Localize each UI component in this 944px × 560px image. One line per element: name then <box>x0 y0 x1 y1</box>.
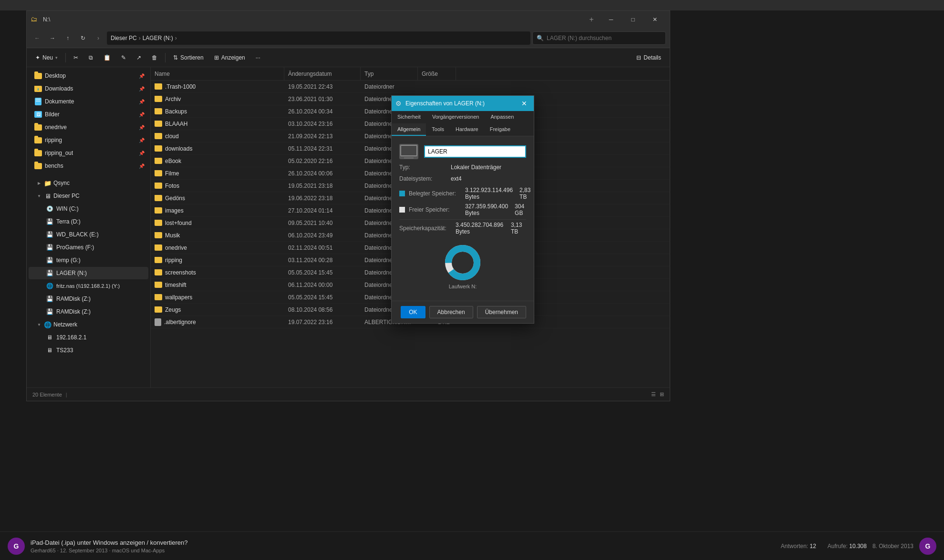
up-button[interactable]: ↑ <box>61 31 74 45</box>
sort-button[interactable]: ⇅ Sortieren <box>168 51 208 65</box>
sidebar-item-dokumente[interactable]: Dokumente 📌 <box>29 95 148 108</box>
storage-total-bytes: 3.450.282.704.896 Bytes <box>456 222 504 235</box>
view-grid-icon[interactable]: ⊞ <box>660 391 664 397</box>
title-bar-controls: ─ □ ✕ <box>600 11 666 28</box>
sidebar-item-terra-d[interactable]: 💾 Terra (D:) <box>29 215 148 228</box>
file-date-cell: 02.11.2024 00:51 <box>284 244 361 251</box>
share-button[interactable]: ↗ <box>132 51 146 65</box>
close-button[interactable]: ✕ <box>644 11 666 28</box>
back-button[interactable]: ← <box>31 31 44 45</box>
bilder-icon: 🖼 <box>34 111 42 118</box>
storage-total-row: Speicherkapazität: 3.450.282.704.896 Byt… <box>399 219 526 235</box>
terra-d-icon: 💾 <box>46 218 53 225</box>
file-name-text: screenshots <box>165 269 196 276</box>
sidebar-item-qsync[interactable]: ▶ 📁 Qsync <box>29 177 148 189</box>
desktop-label: Desktop <box>45 72 66 79</box>
dialog-tab-anpassen[interactable]: Anpassen <box>485 111 519 123</box>
qsync-label: Qsync <box>53 180 70 186</box>
dialog-tab-freigabe[interactable]: Freigabe <box>484 123 516 136</box>
copy-button[interactable]: ⧉ <box>84 51 98 65</box>
sidebar-item-win-c[interactable]: 💿 WIN (C:) <box>29 203 148 215</box>
properties-dialog: ⚙ Eigenschaften von LAGER (N:) ✕ Sicherh… <box>391 95 534 324</box>
dialog-tab-hardware[interactable]: Hardware <box>450 123 484 136</box>
dialog-close-button[interactable]: ✕ <box>519 98 530 109</box>
sidebar-item-192-168[interactable]: 🖥 192.168.2.1 <box>29 331 148 344</box>
file-date-cell: 08.10.2024 08:56 <box>284 306 361 313</box>
file-date-cell: 03.11.2024 00:28 <box>284 257 361 264</box>
sidebar-item-lager-n[interactable]: 💾 LAGER (N:) <box>29 267 148 279</box>
dieser-pc-toggle: ▼ <box>36 193 42 199</box>
file-date-cell: 27.10.2024 01:14 <box>284 207 361 214</box>
sidebar-item-bilder[interactable]: 🖼 Bilder 📌 <box>29 108 148 121</box>
cut-button[interactable]: ✂ <box>69 51 83 65</box>
sidebar-item-benchs[interactable]: benchs 📌 <box>29 160 148 172</box>
sidebar-item-wd-black-e[interactable]: 💾 WD_BLACK (E:) <box>29 228 148 241</box>
sidebar-item-temp-g[interactable]: 💾 temp (G:) <box>29 254 148 266</box>
file-date-cell: 05.02.2020 22:16 <box>284 158 361 164</box>
details-button[interactable]: ⊟ Details <box>632 51 666 65</box>
sidebar-item-downloads[interactable]: ⬇ Downloads 📌 <box>29 82 148 95</box>
delete-button[interactable]: 🗑 <box>147 51 162 65</box>
post-title[interactable]: iPad-Datei (.ipa) unter Windows anzeigen… <box>31 539 775 546</box>
maximize-button[interactable]: □ <box>622 11 644 28</box>
sidebar-item-ts233[interactable]: 🖥 TS233 <box>29 344 148 356</box>
share-icon: ↗ <box>136 54 141 61</box>
breadcrumb[interactable]: Dieser PC › LAGER (N:) › <box>107 31 530 45</box>
storage-free-label: Freier Speicher: <box>409 206 461 213</box>
post-category: macOS und Mac-Apps <box>112 548 165 553</box>
breadcrumb-lager[interactable]: LAGER (N:) <box>143 35 173 41</box>
cancel-button[interactable]: Abbrechen <box>429 306 473 318</box>
breadcrumb-dieser-pc[interactable]: Dieser PC <box>111 35 137 41</box>
col-header-date[interactable]: Änderungsdatum <box>284 67 361 80</box>
fritz-nas-icon: 🌐 <box>46 282 53 290</box>
rename-button[interactable]: ✎ <box>116 51 131 65</box>
col-header-size[interactable]: Größe <box>418 67 456 80</box>
ramdisk-z2-label: RAMDisk (Z:) <box>56 308 91 315</box>
sidebar-item-netzwerk[interactable]: ▼ 🌐 Netzwerk <box>29 318 148 331</box>
sidebar-item-onedrive[interactable]: onedrive 📌 <box>29 121 148 133</box>
toolbar: ✦ Neu ▾ ✂ ⧉ 📋 ✎ ↗ 🗑 ⇅ Sortieren ⊞ An <box>27 48 670 67</box>
sidebar-item-desktop[interactable]: Desktop 📌 <box>29 70 148 82</box>
dialog-body: Typ: Lokaler Datenträger Dateisystem: ex… <box>392 136 534 301</box>
col-header-type[interactable]: Typ <box>361 67 418 80</box>
table-row[interactable]: .Trash-100019.05.2021 22:43Dateiordner <box>151 81 670 93</box>
add-tab-button[interactable]: + <box>583 11 600 28</box>
benchs-icon <box>34 162 42 170</box>
wd-black-e-label: WD_BLACK (E:) <box>56 231 99 238</box>
sidebar-item-progames-f[interactable]: 💾 ProGames (F:) <box>29 241 148 254</box>
sidebar-item-ripping[interactable]: ripping 📌 <box>29 134 148 146</box>
file-date-cell: 19.05.2021 23:18 <box>284 183 361 189</box>
ok-button[interactable]: OK <box>401 306 425 318</box>
dialog-tab-sicherheit[interactable]: Sicherheit <box>392 111 426 123</box>
minimize-button[interactable]: ─ <box>600 11 622 28</box>
view-button[interactable]: ⊞ Anzeigen <box>209 51 250 65</box>
search-input[interactable] <box>547 35 662 41</box>
bottom-avatar-right: G <box>919 538 936 555</box>
new-button[interactable]: ✦ Neu ▾ <box>31 51 62 65</box>
file-name-text: cloud <box>165 133 179 140</box>
search-box[interactable]: 🔍 <box>532 31 666 45</box>
forward-button[interactable]: → <box>46 31 59 45</box>
dialog-tab-allgemein[interactable]: Allgemein <box>392 123 426 136</box>
dialog-tab-tools[interactable]: Tools <box>426 123 450 136</box>
file-name-text: downloads <box>165 145 192 152</box>
paste-button[interactable]: 📋 <box>99 51 115 65</box>
dialog-tab-vorganger[interactable]: Vorgängerversionen <box>426 111 485 123</box>
dokumente-pin: 📌 <box>139 99 148 104</box>
sidebar-item-fritz-nas[interactable]: 🌐 fritz.nas (\\192.168.2.1) (Y:) <box>29 280 148 292</box>
file-name-cell: Backups <box>151 108 284 115</box>
expand-button[interactable]: › <box>92 31 105 45</box>
folder-icon <box>155 121 162 127</box>
drive-name-input[interactable] <box>424 145 526 158</box>
sidebar-item-ramdisk-z2[interactable]: 💾 RAMDisk (Z:) <box>29 305 148 318</box>
apply-button[interactable]: Übernehmen <box>477 306 526 318</box>
view-label: Anzeigen <box>221 54 245 61</box>
sidebar-item-ripping-out[interactable]: ripping_out 📌 <box>29 147 148 159</box>
view-list-icon[interactable]: ☰ <box>651 391 656 397</box>
more-button[interactable]: ··· <box>251 51 265 65</box>
file-name-cell: timeshift <box>151 282 284 288</box>
col-header-name[interactable]: Name <box>151 67 284 80</box>
refresh-button[interactable]: ↻ <box>76 31 90 45</box>
sidebar-item-dieser-pc[interactable]: ▼ 🖥 Dieser PC <box>29 190 148 202</box>
sidebar-item-ramdisk-z1[interactable]: 💾 RAMDisk (Z:) <box>29 293 148 305</box>
